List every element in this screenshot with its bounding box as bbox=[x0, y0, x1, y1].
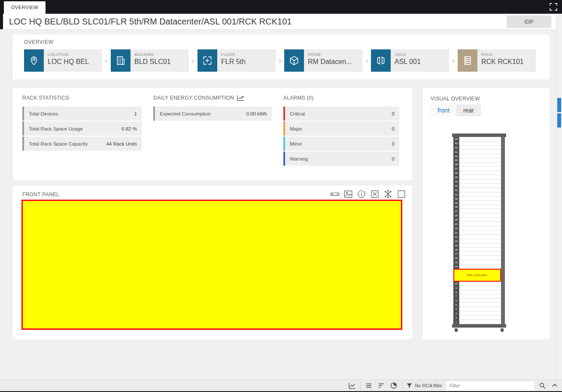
rack-slot[interactable] bbox=[459, 188, 501, 192]
rack-slot[interactable] bbox=[459, 150, 501, 154]
rack-slot[interactable] bbox=[459, 282, 501, 286]
alarm-row-critical: Critical 0 bbox=[283, 106, 399, 121]
rack-slot[interactable] bbox=[459, 239, 501, 243]
breadcrumb-item-building[interactable]: BUILDING BLD SLC01 bbox=[111, 49, 189, 72]
pie-chart-icon[interactable] bbox=[389, 381, 398, 390]
rack-slot[interactable] bbox=[459, 231, 501, 235]
rack-slot[interactable] bbox=[459, 320, 501, 324]
tab-front[interactable]: front bbox=[431, 104, 456, 116]
rack-slot[interactable] bbox=[459, 205, 501, 210]
rack-unit-number: 21 bbox=[453, 235, 459, 239]
rack-slot[interactable] bbox=[459, 256, 501, 260]
rack-unit-number: 26 bbox=[453, 213, 459, 218]
alarm-count: 0 bbox=[392, 111, 395, 116]
list-icon[interactable] bbox=[365, 381, 373, 390]
topology-icon[interactable] bbox=[383, 189, 393, 199]
vertical-scrollbar[interactable] bbox=[556, 14, 562, 380]
rack-slot[interactable] bbox=[459, 218, 501, 222]
breadcrumb-text: AISLE ASL 001 bbox=[391, 49, 423, 72]
rack-slot[interactable] bbox=[459, 167, 501, 171]
rack-unit-number: 19 bbox=[453, 243, 459, 248]
rack-slot[interactable] bbox=[459, 209, 501, 213]
rack-caster bbox=[501, 328, 504, 332]
rack-icon bbox=[458, 49, 477, 72]
rack-slot[interactable] bbox=[459, 154, 501, 158]
rack-unit-number: 10 bbox=[453, 282, 459, 286]
info-icon[interactable] bbox=[356, 189, 366, 199]
clear-box-icon[interactable] bbox=[370, 189, 380, 199]
floor-plan-icon bbox=[197, 49, 217, 72]
idp-button[interactable]: IDP bbox=[507, 15, 551, 28]
breadcrumb-item-location[interactable]: LOCATION LOC HQ BEL bbox=[24, 49, 102, 72]
rack-slot[interactable] bbox=[459, 222, 501, 226]
rack-slot[interactable] bbox=[459, 252, 501, 256]
chevron-up-icon[interactable] bbox=[550, 381, 559, 390]
rack-slot[interactable] bbox=[459, 316, 501, 320]
rack-unit-number: 32 bbox=[453, 188, 459, 192]
rack-slot[interactable] bbox=[459, 295, 501, 299]
breadcrumb: LOCATION LOC HQ BEL › BUILDING BLD SLC01… bbox=[24, 49, 543, 72]
rack-slot[interactable] bbox=[459, 158, 501, 163]
rack-slot[interactable] bbox=[459, 290, 501, 295]
rack-slot[interactable] bbox=[459, 235, 501, 239]
rack-slot[interactable] bbox=[459, 311, 501, 316]
rack-slot[interactable] bbox=[459, 226, 501, 231]
scrollbar-thumb[interactable] bbox=[557, 113, 561, 128]
square-icon[interactable] bbox=[396, 189, 406, 199]
breadcrumb-text: FLOOR FLR 5th bbox=[217, 49, 248, 72]
trend-chart-icon[interactable] bbox=[237, 95, 244, 101]
breadcrumb-item-aisle[interactable]: AISLE ASL 001 bbox=[371, 49, 449, 72]
scrollbar-thumb[interactable] bbox=[557, 98, 561, 112]
rack-slot[interactable] bbox=[459, 243, 501, 248]
rack-slot[interactable] bbox=[459, 303, 501, 307]
stat-label: Total Rack Space Capacity bbox=[29, 141, 88, 146]
rack-slot[interactable] bbox=[459, 248, 501, 252]
rack-slot[interactable] bbox=[459, 171, 501, 175]
rack-slot[interactable] bbox=[459, 141, 501, 146]
rack-unit-number: 9 bbox=[453, 286, 459, 290]
rack-slot[interactable] bbox=[459, 307, 501, 311]
alarm-label: Minor bbox=[290, 141, 302, 146]
fullscreen-icon[interactable] bbox=[550, 3, 557, 11]
rack-unit-number: 6 bbox=[453, 298, 459, 303]
breadcrumb-item-rack[interactable]: RACK RCK RCK101 bbox=[458, 49, 536, 72]
rca-filter-button[interactable]: No RCA filter bbox=[406, 383, 442, 389]
rack-slot[interactable] bbox=[459, 162, 501, 167]
rack-unit-number: 36 bbox=[453, 171, 459, 175]
rack-slot[interactable] bbox=[459, 264, 501, 269]
front-panel-device-view[interactable] bbox=[21, 200, 402, 330]
search-icon[interactable] bbox=[538, 381, 547, 390]
rack-slot[interactable] bbox=[459, 298, 501, 303]
rack-slot[interactable] bbox=[459, 137, 501, 141]
energy-label: Expected Consumption bbox=[160, 111, 211, 116]
rack-unit-number: 7 bbox=[453, 295, 459, 299]
rack-slot[interactable] bbox=[459, 260, 501, 264]
rack-slot[interactable] bbox=[459, 175, 501, 179]
rack-slot[interactable] bbox=[459, 197, 501, 201]
rack-unit-number: 27 bbox=[453, 209, 459, 213]
device-strip-icon[interactable] bbox=[330, 189, 340, 199]
line-chart-icon[interactable] bbox=[348, 381, 356, 390]
rack-slot[interactable] bbox=[459, 286, 501, 290]
breadcrumb-item-floor[interactable]: FLOOR FLR 5th bbox=[197, 49, 276, 72]
divider bbox=[402, 382, 402, 389]
breadcrumb-panel: OVERVIEW LOCATION LOC HQ BEL › BUILDING … bbox=[13, 34, 550, 79]
alarm-label: Major bbox=[290, 126, 302, 131]
sort-icon[interactable] bbox=[377, 381, 386, 390]
rack-slot[interactable] bbox=[459, 184, 501, 188]
alarm-label: Critical bbox=[290, 111, 305, 116]
tab-rear[interactable]: rear bbox=[456, 104, 481, 116]
rack-slot[interactable] bbox=[459, 213, 501, 218]
image-icon[interactable] bbox=[343, 189, 353, 199]
rack-slot[interactable] bbox=[459, 201, 501, 205]
filter-input[interactable] bbox=[446, 381, 534, 390]
breadcrumb-label: ASL 001 bbox=[395, 58, 421, 66]
rack-slot[interactable] bbox=[459, 192, 501, 197]
rack-device-rdp-localhost[interactable]: RDP_LOCALHOST bbox=[453, 269, 501, 282]
breadcrumb-item-room[interactable]: ROOM RM Datacen... bbox=[284, 49, 362, 72]
rack-slot[interactable] bbox=[459, 146, 501, 150]
breadcrumb-separator-icon: › bbox=[362, 55, 371, 66]
rack-slot[interactable] bbox=[459, 179, 501, 184]
rack-unit-number: 25 bbox=[453, 218, 459, 222]
tab-overview[interactable]: OVERVIEW bbox=[4, 1, 46, 14]
